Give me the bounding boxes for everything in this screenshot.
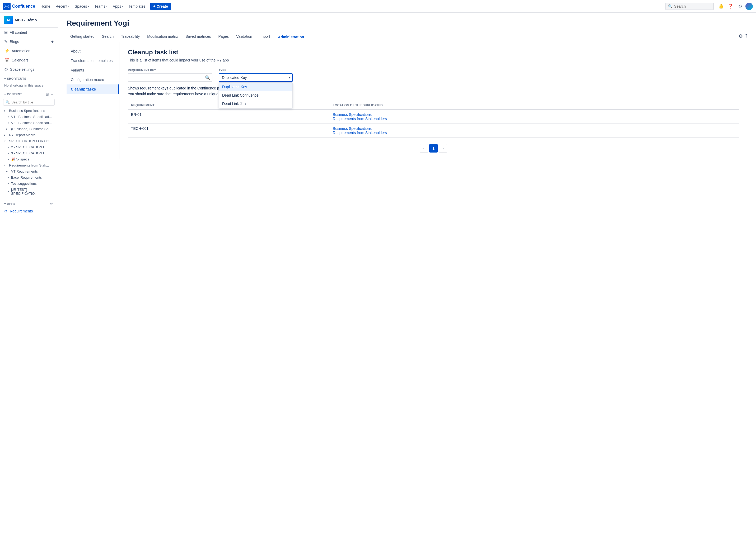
tree-item-3spec[interactable]: 3 - SPECIFICATION F... (0, 150, 58, 156)
req-key-filter-group: Requirement Key 🔍 (128, 69, 212, 82)
tree-item-v2[interactable]: V2 - Business Specificati... (0, 120, 58, 126)
main-content: Requirement Yogi Getting started Search … (58, 13, 756, 551)
type-select[interactable]: Duplicated Key Dead Link Confluence Dead… (219, 73, 293, 82)
logo-text: Confluence (12, 4, 35, 9)
nav-home[interactable]: Home (38, 0, 52, 12)
plugin-tabs: Getting started Search Traceability Modi… (66, 32, 308, 42)
add-blog-button[interactable]: + (51, 39, 54, 44)
app-layout: M MBR - Démo ⊞ All content ✎ Blogs + ⚡ A… (0, 13, 756, 551)
cleanup-subtitle: This is a list of items that could impac… (128, 58, 739, 62)
edit-apps-button[interactable]: ✏ (49, 201, 54, 206)
tab-administration[interactable]: Administration (274, 32, 308, 42)
admin-menu-variants[interactable]: Variants (66, 65, 119, 75)
nav-teams[interactable]: Teams ▾ (92, 0, 109, 12)
tab-search[interactable]: Search (98, 32, 117, 42)
admin-menu-about[interactable]: About (66, 46, 119, 56)
expand-icon: ▸ (6, 170, 10, 173)
expand-icon: ▾ (4, 140, 8, 142)
req-key-search-icon: 🔍 (205, 75, 210, 80)
cleanup-title: Cleanup task list (128, 49, 739, 56)
tab-pages[interactable]: Pages (215, 32, 232, 42)
shortcuts-section-header: ▾ SHORTCUTS + (0, 74, 58, 82)
all-content-icon: ⊞ (4, 30, 8, 35)
req-key-input[interactable] (128, 73, 212, 82)
location-link-1a[interactable]: Business Specifications (333, 112, 736, 117)
nav-recent[interactable]: Recent ▾ (53, 0, 71, 12)
table-row: BR-01 Business Specifications Requiremen… (128, 109, 739, 124)
tab-import[interactable]: Import (256, 32, 274, 42)
dot-icon (8, 147, 9, 148)
tree-item-spec-co[interactable]: ▾ SPECIFICATION FOR CO... (0, 138, 58, 144)
dropdown-option-dead-link-jira[interactable]: Dead Link Jira (219, 99, 292, 108)
tree-item-business-spec[interactable]: ▸ Business Specifications (0, 108, 58, 114)
dot-icon (8, 191, 9, 192)
sidebar-item-all-content[interactable]: ⊞ All content (0, 28, 58, 37)
tree-item-5specs[interactable]: 🎉 5- specs (0, 156, 58, 162)
admin-menu-cleanup-tasks[interactable]: Cleanup tasks (66, 84, 119, 94)
space-settings-icon: ⚙ (4, 67, 8, 72)
content-search[interactable]: 🔍 (3, 99, 55, 105)
tree-item-v1[interactable]: V1 - Business Specificati... (0, 114, 58, 120)
sidebar-item-space-settings[interactable]: ⚙ Space settings (0, 65, 58, 74)
location-link-1b[interactable]: Requirements from Stakeholders (333, 117, 736, 121)
nav-templates[interactable]: Templates (127, 0, 148, 12)
sidebar-item-automation[interactable]: ⚡ Automation (0, 46, 58, 55)
tab-getting-started[interactable]: Getting started (66, 32, 98, 42)
expand-icon: ▸ (4, 133, 8, 136)
tree-item-published[interactable]: ▸ (Published) Business Sp... (0, 126, 58, 132)
tree-item-ry-report[interactable]: ▸ RY Report Macro (0, 132, 58, 138)
notifications-button[interactable]: 🔔 (717, 2, 725, 11)
tree-item-vt-req[interactable]: ▸ VT Requirements (0, 168, 58, 174)
tab-saved-matrices[interactable]: Saved matrices (182, 32, 215, 42)
nav-apps[interactable]: Apps ▾ (111, 0, 125, 12)
sidebar-item-calendars[interactable]: 📅 Calendars (0, 55, 58, 65)
apps-collapse-icon[interactable]: ▾ (4, 202, 6, 205)
dot-icon (8, 153, 9, 154)
space-name: MBR - Démo (15, 18, 37, 22)
sidebar-item-blogs[interactable]: ✎ Blogs + (0, 37, 58, 46)
shortcuts-collapse-icon[interactable]: ▾ (4, 77, 6, 80)
tree-item-2spec[interactable]: 2 - SPECIFICATION F... (0, 144, 58, 150)
add-content-button[interactable]: + (50, 92, 54, 97)
content-search-input[interactable] (11, 100, 56, 104)
tree-item-excel-req[interactable]: Excel Requirements (0, 174, 58, 180)
nav-icon-group: 🔔 ❓ ⚙ (717, 2, 753, 11)
tree-item-test-suggestions[interactable]: Test suggestions - (0, 180, 58, 186)
cleanup-content: Cleanup task list This is a list of item… (119, 42, 748, 159)
search-bar[interactable]: 🔍 (666, 3, 714, 10)
page-1-button[interactable]: 1 (429, 144, 438, 152)
space-header[interactable]: M MBR - Démo (0, 13, 58, 28)
plugin-help-button[interactable]: ? (745, 34, 748, 39)
location-link-2a[interactable]: Business Specifications (333, 126, 736, 131)
location-link-2b[interactable]: Requirements from Stakeholders (333, 131, 736, 135)
user-avatar[interactable] (745, 3, 753, 10)
type-dropdown: Duplicated Key Dead Link Confluence Dead… (219, 82, 293, 108)
admin-menu-transformation[interactable]: Transformation templates (66, 56, 119, 65)
tab-traceability[interactable]: Traceability (117, 32, 144, 42)
page-prev-button[interactable]: ‹ (420, 144, 428, 152)
search-input[interactable] (674, 4, 711, 8)
plugin-settings-button[interactable]: ⚙ (739, 33, 743, 39)
sidebar-apps-requirements[interactable]: ⚙ Requirements (0, 207, 58, 215)
requirements-app-icon: ⚙ (4, 209, 8, 213)
nav-spaces[interactable]: Spaces ▾ (73, 0, 91, 12)
tab-modification-matrix[interactable]: Modification matrix (144, 32, 182, 42)
tree-item-requirements-stak[interactable]: ▾ Requirements from Stak... (0, 162, 58, 168)
teams-chevron-icon: ▾ (106, 5, 107, 8)
admin-menu-config-macro[interactable]: Configuration macro (66, 75, 119, 84)
recent-chevron-icon: ▾ (68, 5, 69, 8)
create-button[interactable]: + Create (150, 3, 172, 10)
add-shortcut-button[interactable]: + (50, 76, 54, 81)
settings-button[interactable]: ⚙ (736, 2, 744, 11)
tree-item-jr-test[interactable]: [JR-TEST] SPECIFICATIO... (0, 186, 58, 196)
filter-content-button[interactable]: ⊟ (45, 92, 49, 97)
content-collapse-icon[interactable]: ▾ (4, 93, 6, 96)
tab-validation[interactable]: Validation (232, 32, 256, 42)
dropdown-option-dead-link-confluence[interactable]: Dead Link Confluence (219, 91, 292, 99)
dropdown-option-duplicated-key[interactable]: Duplicated Key (219, 83, 292, 91)
help-button[interactable]: ❓ (726, 2, 735, 11)
logo[interactable]: Confluence (3, 3, 35, 10)
table-cell-req-2: TECH-001 (128, 124, 330, 138)
space-icon: M (4, 16, 13, 24)
page-next-button[interactable]: › (439, 144, 447, 152)
